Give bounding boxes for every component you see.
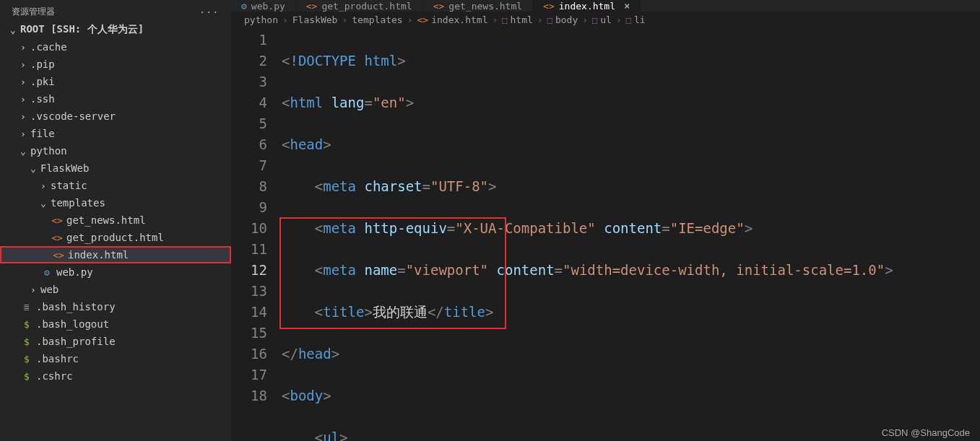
shell-icon: $ xyxy=(20,354,33,364)
file-get-news[interactable]: <>get_news.html xyxy=(0,211,231,229)
html-icon: <> xyxy=(433,1,445,12)
chevron-down-icon: ⌄ xyxy=(30,163,40,174)
symbol-icon: ⬚ xyxy=(592,15,597,25)
html-icon: <> xyxy=(306,1,318,12)
explorer-title: 资源管理器 xyxy=(12,6,55,18)
folder-static[interactable]: ›static xyxy=(0,177,231,194)
chevron-right-icon: › xyxy=(20,128,30,139)
tab-bar: ⚙web.py <>get_product.html <>get_news.ht… xyxy=(231,0,980,12)
code-editor[interactable]: 1 2 3 4 5 6 7 8 9 10 11 12 13 14 15 16 1… xyxy=(231,28,980,441)
chevron-down-icon: ⌄ xyxy=(10,25,20,35)
folder-cache[interactable]: ›.cache xyxy=(0,38,231,56)
folder-file[interactable]: ›file xyxy=(0,125,231,142)
html-icon: <> xyxy=(51,232,64,243)
chevron-right-icon: › xyxy=(20,77,30,87)
html-icon: <> xyxy=(543,1,555,12)
folder-python[interactable]: ⌄python xyxy=(0,142,231,160)
chevron-right-icon: › xyxy=(20,59,30,70)
html-icon: <> xyxy=(51,215,64,226)
chevron-right-icon: › xyxy=(582,14,588,25)
chevron-down-icon: ⌄ xyxy=(20,146,30,157)
tab-get-news[interactable]: <>get_news.html xyxy=(423,0,533,12)
chevron-right-icon: › xyxy=(20,111,30,122)
crumb-templates[interactable]: templates xyxy=(352,14,402,25)
chevron-right-icon: › xyxy=(616,14,622,25)
crumb-index[interactable]: <> index.html xyxy=(417,14,488,25)
tab-get-product[interactable]: <>get_product.html xyxy=(296,0,423,12)
tab-webpy[interactable]: ⚙web.py xyxy=(231,0,296,12)
folder-templates[interactable]: ⌄templates xyxy=(0,194,231,211)
breadcrumb: python› FlaskWeb› templates› <> index.ht… xyxy=(231,12,980,28)
python-icon: ⚙ xyxy=(40,267,53,278)
chevron-right-icon: › xyxy=(20,42,30,53)
file-bash-logout[interactable]: $.bash_logout xyxy=(0,315,231,333)
explorer-sidebar: 资源管理器 ··· ⌄ROOT [SSH: 个人华为云] ›.cache ›.p… xyxy=(0,0,231,441)
shell-icon: $ xyxy=(20,319,33,330)
file-bashrc[interactable]: $.bashrc xyxy=(0,350,231,367)
symbol-icon: ⬚ xyxy=(547,15,552,25)
chevron-right-icon: › xyxy=(40,180,51,191)
folder-web[interactable]: ›web xyxy=(0,281,231,298)
file-webpy[interactable]: ⚙web.py xyxy=(0,263,231,281)
folder-pip[interactable]: ›.pip xyxy=(0,56,231,73)
chevron-right-icon: › xyxy=(342,14,347,25)
symbol-icon: ⬚ xyxy=(626,15,631,25)
file-cshrc[interactable]: $.cshrc xyxy=(0,367,231,385)
line-gutter: 1 2 3 4 5 6 7 8 9 10 11 12 13 14 15 16 1… xyxy=(231,30,282,441)
folder-ssh[interactable]: ›.ssh xyxy=(0,90,231,108)
code-content[interactable]: <!DOCTYPE html> <html lang="en"> <head> … xyxy=(282,30,980,441)
folder-pki[interactable]: ›.pki xyxy=(0,73,231,90)
tab-index[interactable]: <>index.html× xyxy=(533,0,641,12)
file-get-product[interactable]: <>get_product.html xyxy=(0,229,231,246)
chevron-right-icon: › xyxy=(407,14,413,25)
folder-flaskweb[interactable]: ⌄FlaskWeb xyxy=(0,160,231,177)
crumb-python[interactable]: python xyxy=(244,14,278,25)
crumb-html[interactable]: ⬚ html xyxy=(502,14,533,25)
file-tree: ⌄ROOT [SSH: 个人华为云] ›.cache ›.pip ›.pki ›… xyxy=(0,21,231,441)
file-icon: ≣ xyxy=(20,302,33,313)
more-icon[interactable]: ··· xyxy=(199,7,220,17)
html-icon: <> xyxy=(417,14,429,25)
chevron-right-icon: › xyxy=(537,14,543,25)
chevron-right-icon: › xyxy=(30,284,40,295)
python-icon: ⚙ xyxy=(241,1,247,12)
shell-icon: $ xyxy=(20,371,33,382)
file-index[interactable]: <>index.html xyxy=(0,246,231,263)
shell-icon: $ xyxy=(20,336,33,347)
chevron-down-icon: ⌄ xyxy=(40,198,51,209)
chevron-right-icon: › xyxy=(282,14,288,25)
chevron-right-icon: › xyxy=(492,14,498,25)
crumb-flaskweb[interactable]: FlaskWeb xyxy=(292,14,338,25)
crumb-li[interactable]: ⬚ li xyxy=(626,14,646,25)
chevron-right-icon: › xyxy=(20,94,30,105)
html-icon: <> xyxy=(52,250,65,261)
editor-area: ⚙web.py <>get_product.html <>get_news.ht… xyxy=(231,0,980,441)
folder-vscode-server[interactable]: ›.vscode-server xyxy=(0,108,231,125)
crumb-body[interactable]: ⬚ body xyxy=(547,14,578,25)
crumb-ul[interactable]: ⬚ ul xyxy=(592,14,612,25)
root-folder[interactable]: ⌄ROOT [SSH: 个人华为云] xyxy=(0,21,231,38)
watermark: CSDN @ShangCode xyxy=(882,427,970,438)
file-bash-history[interactable]: ≣.bash_history xyxy=(0,298,231,315)
close-icon[interactable]: × xyxy=(624,0,630,12)
symbol-icon: ⬚ xyxy=(502,15,507,25)
file-bash-profile[interactable]: $.bash_profile xyxy=(0,333,231,350)
